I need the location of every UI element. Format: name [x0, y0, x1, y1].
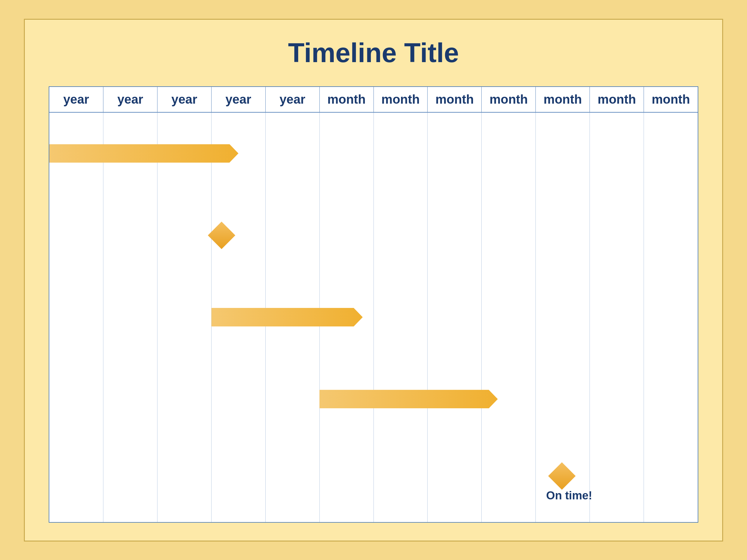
milestone-label-ontime: On time! — [546, 489, 592, 502]
gantt-body: - Sample Text - Sample Text - Sample Tex… — [49, 113, 698, 522]
gantt-row-3: - Sample Text — [49, 276, 698, 358]
slide-title: Timeline Title — [288, 37, 459, 69]
slide: Timeline Title year year year year year … — [24, 19, 723, 541]
row-1-bar — [49, 144, 238, 163]
row-3-bar — [211, 308, 362, 326]
header-col-8: month — [428, 87, 482, 112]
header-col-10: month — [536, 87, 590, 112]
milestone-diamond-1 — [208, 222, 235, 249]
gantt-row-5: On time! — [49, 440, 698, 522]
header-col-9: month — [482, 87, 536, 112]
row-4-bar — [319, 390, 498, 408]
header-col-1: year — [49, 87, 103, 112]
gantt-header: year year year year year month month mon… — [49, 87, 698, 113]
gantt-row-4: - Sample Text — [49, 358, 698, 440]
milestone-diamond-2 — [548, 462, 575, 490]
header-col-4: year — [211, 87, 266, 112]
header-col-12: month — [644, 87, 698, 112]
gantt-row-1: - Sample Text — [49, 113, 698, 194]
header-col-6: month — [320, 87, 374, 112]
gantt-rows: - Sample Text - Sample Text - Sample Tex… — [49, 113, 698, 522]
header-col-5: year — [266, 87, 320, 112]
gantt-row-2 — [49, 194, 698, 276]
gantt-chart: year year year year year month month mon… — [49, 86, 698, 523]
header-col-2: year — [103, 87, 157, 112]
header-col-7: month — [374, 87, 428, 112]
header-col-3: year — [157, 87, 211, 112]
header-col-11: month — [590, 87, 644, 112]
